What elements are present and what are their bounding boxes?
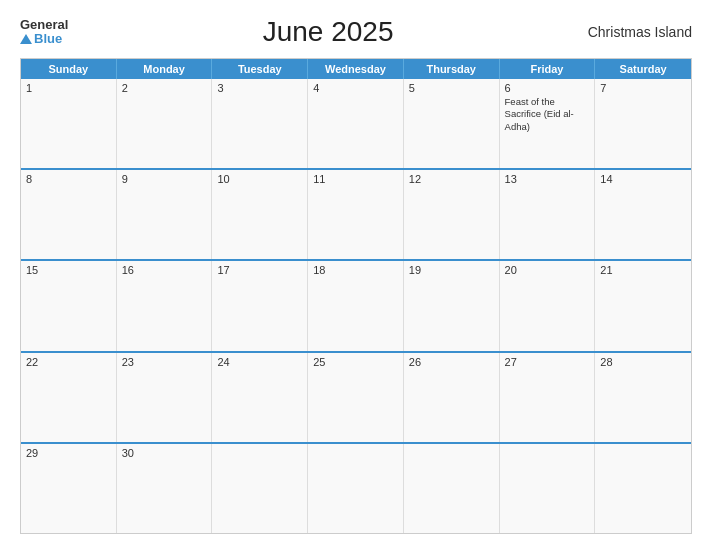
- header-thursday: Thursday: [404, 59, 500, 79]
- day-number: 1: [26, 82, 111, 94]
- days-header: Sunday Monday Tuesday Wednesday Thursday…: [21, 59, 691, 79]
- header-sunday: Sunday: [21, 59, 117, 79]
- region-label: Christmas Island: [588, 24, 692, 40]
- day-cell: 21: [595, 261, 691, 350]
- day-cell: 30: [117, 444, 213, 533]
- week-row-5: 2930: [21, 442, 691, 533]
- day-cell: 8: [21, 170, 117, 259]
- day-cell: 17: [212, 261, 308, 350]
- calendar: Sunday Monday Tuesday Wednesday Thursday…: [20, 58, 692, 534]
- day-number: 29: [26, 447, 111, 459]
- page: General Blue June 2025 Christmas Island …: [0, 0, 712, 550]
- day-number: 15: [26, 264, 111, 276]
- day-cell: 19: [404, 261, 500, 350]
- day-cell: 7: [595, 79, 691, 168]
- day-number: 25: [313, 356, 398, 368]
- day-cell: [500, 444, 596, 533]
- day-number: 14: [600, 173, 686, 185]
- day-cell: 20: [500, 261, 596, 350]
- day-cell: [212, 444, 308, 533]
- day-cell: [595, 444, 691, 533]
- day-cell: 24: [212, 353, 308, 442]
- day-cell: 4: [308, 79, 404, 168]
- logo-blue-text: Blue: [20, 32, 62, 46]
- header-saturday: Saturday: [595, 59, 691, 79]
- day-number: 12: [409, 173, 494, 185]
- day-number: 28: [600, 356, 686, 368]
- header-monday: Monday: [117, 59, 213, 79]
- day-number: 27: [505, 356, 590, 368]
- day-cell: 15: [21, 261, 117, 350]
- week-row-1: 123456Feast of the Sacrifice (Eid al-Adh…: [21, 79, 691, 168]
- day-cell: 13: [500, 170, 596, 259]
- day-number: 6: [505, 82, 590, 94]
- day-cell: 27: [500, 353, 596, 442]
- weeks-container: 123456Feast of the Sacrifice (Eid al-Adh…: [21, 79, 691, 533]
- header: General Blue June 2025 Christmas Island: [20, 16, 692, 48]
- logo-triangle-icon: [20, 34, 32, 44]
- logo: General Blue: [20, 18, 68, 47]
- day-number: 16: [122, 264, 207, 276]
- day-number: 7: [600, 82, 686, 94]
- header-wednesday: Wednesday: [308, 59, 404, 79]
- day-cell: 22: [21, 353, 117, 442]
- calendar-title: June 2025: [263, 16, 394, 48]
- week-row-2: 891011121314: [21, 168, 691, 259]
- day-number: 20: [505, 264, 590, 276]
- day-cell: 3: [212, 79, 308, 168]
- day-cell: 18: [308, 261, 404, 350]
- day-number: 18: [313, 264, 398, 276]
- day-cell: 2: [117, 79, 213, 168]
- day-cell: 1: [21, 79, 117, 168]
- day-cell: 6Feast of the Sacrifice (Eid al-Adha): [500, 79, 596, 168]
- day-cell: 12: [404, 170, 500, 259]
- day-number: 5: [409, 82, 494, 94]
- day-number: 21: [600, 264, 686, 276]
- day-cell: 23: [117, 353, 213, 442]
- week-row-4: 22232425262728: [21, 351, 691, 442]
- day-number: 4: [313, 82, 398, 94]
- day-number: 10: [217, 173, 302, 185]
- day-number: 23: [122, 356, 207, 368]
- day-number: 26: [409, 356, 494, 368]
- week-row-3: 15161718192021: [21, 259, 691, 350]
- day-cell: 10: [212, 170, 308, 259]
- logo-general-text: General: [20, 18, 68, 32]
- day-cell: 11: [308, 170, 404, 259]
- day-cell: [404, 444, 500, 533]
- header-friday: Friday: [500, 59, 596, 79]
- day-number: 9: [122, 173, 207, 185]
- event-label: Feast of the Sacrifice (Eid al-Adha): [505, 96, 590, 133]
- day-number: 17: [217, 264, 302, 276]
- day-cell: 16: [117, 261, 213, 350]
- day-number: 30: [122, 447, 207, 459]
- day-number: 22: [26, 356, 111, 368]
- day-cell: [308, 444, 404, 533]
- day-number: 24: [217, 356, 302, 368]
- header-tuesday: Tuesday: [212, 59, 308, 79]
- day-cell: 25: [308, 353, 404, 442]
- day-number: 2: [122, 82, 207, 94]
- day-number: 19: [409, 264, 494, 276]
- day-cell: 5: [404, 79, 500, 168]
- day-cell: 26: [404, 353, 500, 442]
- day-number: 11: [313, 173, 398, 185]
- day-number: 8: [26, 173, 111, 185]
- day-cell: 29: [21, 444, 117, 533]
- day-cell: 14: [595, 170, 691, 259]
- day-number: 13: [505, 173, 590, 185]
- day-cell: 28: [595, 353, 691, 442]
- day-cell: 9: [117, 170, 213, 259]
- day-number: 3: [217, 82, 302, 94]
